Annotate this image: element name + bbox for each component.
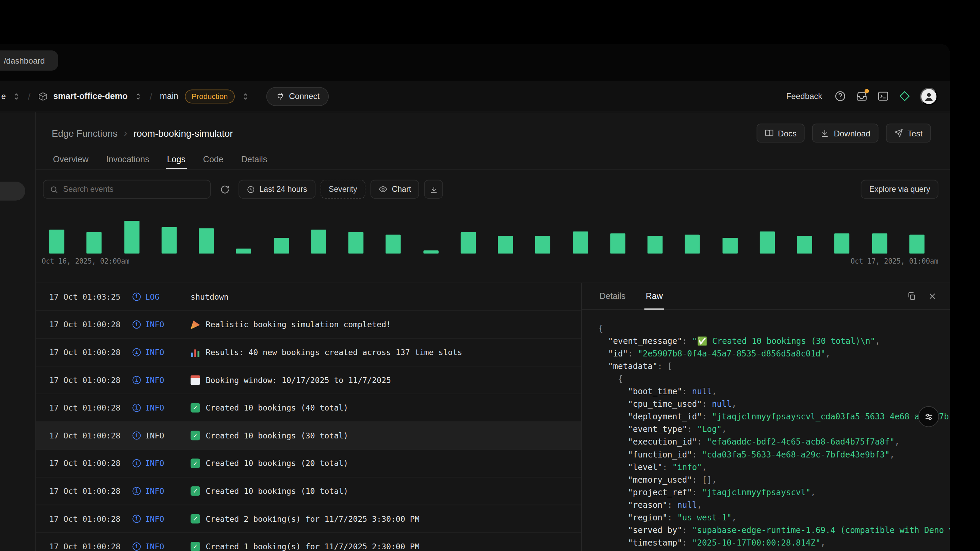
connect-button[interactable]: Connect [266, 87, 329, 106]
close-panel-button[interactable] [928, 292, 937, 301]
test-label: Test [907, 128, 923, 138]
check-emoji-icon: ✓ [191, 431, 200, 440]
chart-bar[interactable] [759, 232, 775, 254]
assistant-button[interactable] [899, 90, 911, 102]
log-row[interactable]: 17 Oct 01:00:28iINFO✓Created 10 bookings… [36, 422, 581, 450]
log-row[interactable]: 17 Oct 01:00:28iINFO✓Created 10 bookings… [36, 449, 581, 478]
tab-logs[interactable]: Logs [166, 150, 187, 169]
json-line: "id": "2e5907b8-0f4a-45a7-8535-d856d5a8c… [598, 348, 950, 360]
log-level-badge: iINFO [132, 348, 191, 357]
chart-bar[interactable] [872, 233, 887, 253]
docs-button[interactable]: Docs [756, 124, 805, 143]
chart-bar[interactable] [460, 232, 476, 253]
chart-bar[interactable] [610, 233, 625, 253]
chart-bar[interactable] [535, 236, 550, 254]
environment-badge[interactable]: Production [185, 89, 235, 103]
log-timestamp: 17 Oct 01:00:28 [49, 431, 133, 440]
log-level-badge: iINFO [132, 459, 191, 468]
search-input[interactable] [63, 185, 204, 194]
chart-bar[interactable] [648, 236, 663, 254]
test-button[interactable]: Test [886, 124, 931, 143]
chart-bar[interactable] [49, 230, 65, 253]
avatar[interactable] [920, 87, 938, 105]
browser-tab-dashboard[interactable]: /dashboard [0, 50, 58, 70]
project-selector-chevron[interactable] [134, 92, 143, 101]
detail-tab-raw[interactable]: Raw [644, 283, 664, 310]
chart-bar[interactable] [834, 233, 850, 253]
log-level-badge: iINFO [132, 486, 191, 496]
chart-toggle[interactable]: Chart [370, 180, 419, 199]
raw-json: { "event_message": "✅ Created 10 booking… [582, 310, 950, 551]
log-row[interactable]: 17 Oct 01:00:28iINFOBooking window: 10/1… [36, 366, 581, 394]
chart-bar[interactable] [685, 235, 700, 254]
tab-code[interactable]: Code [202, 150, 224, 169]
chart-bar[interactable] [348, 232, 364, 253]
log-message-text: Created 1 booking(s) for 11/7/2025 2:30:… [206, 542, 420, 551]
severity-filter[interactable]: Severity [321, 180, 366, 199]
log-message-text: Created 10 bookings (30 total) [206, 431, 348, 440]
chart-bar[interactable] [573, 232, 588, 254]
info-icon: i [132, 292, 140, 301]
notifications-button[interactable] [856, 90, 868, 102]
app-window: /dashboard e / smart-office-demo / main … [0, 44, 950, 551]
chart-bar[interactable] [236, 249, 251, 254]
log-row[interactable]: 17 Oct 01:00:28iINFO✓Created 10 bookings… [36, 478, 581, 505]
tab-invocations[interactable]: Invocations [105, 150, 150, 169]
chart-bar[interactable] [199, 228, 214, 253]
explore-via-query-button[interactable]: Explore via query [861, 180, 938, 199]
double-chevron-icon [12, 92, 21, 101]
branch-selector[interactable]: main [160, 92, 178, 101]
download-button[interactable]: Download [812, 124, 878, 143]
chart-bar[interactable] [161, 227, 177, 254]
feedback-button[interactable]: Feedback [786, 92, 822, 101]
log-level-label: INFO [145, 542, 164, 551]
tab-overview[interactable]: Overview [52, 150, 90, 169]
sidebar-item[interactable] [0, 182, 25, 201]
org-selector[interactable]: e [2, 92, 6, 101]
log-message-text: Realistic booking simulation completed! [206, 320, 391, 329]
time-range-button[interactable]: Last 24 hours [239, 180, 315, 199]
copy-button[interactable] [907, 292, 916, 301]
terminal-button[interactable] [877, 90, 889, 102]
chart-bar[interactable] [909, 235, 924, 254]
chart-bar[interactable] [311, 230, 326, 253]
search-box [43, 180, 211, 199]
download-icon [821, 129, 829, 137]
chart-bar[interactable] [498, 236, 513, 254]
log-timestamp: 17 Oct 01:00:28 [49, 486, 133, 496]
log-options-floating-button[interactable] [918, 406, 939, 427]
tab-details[interactable]: Details [240, 150, 269, 169]
detail-tab-details[interactable]: Details [598, 283, 627, 310]
branch-selector-chevron[interactable] [241, 92, 250, 101]
download-logs-button[interactable] [424, 180, 443, 199]
chart-bar[interactable] [386, 235, 401, 254]
close-icon [928, 292, 937, 301]
log-message-text: Created 10 bookings (40 total) [206, 403, 348, 413]
log-level-badge: iINFO [132, 542, 191, 551]
help-button[interactable] [834, 90, 846, 102]
chart-bar[interactable] [797, 236, 812, 254]
info-icon: i [132, 543, 140, 551]
breadcrumb-edge-functions[interactable]: Edge Functions [52, 128, 118, 139]
chart-bar[interactable] [87, 232, 102, 253]
json-line: "event_message": "✅ Created 10 bookings … [598, 335, 950, 348]
main-content: Edge Functions › room-booking-simulator … [36, 112, 950, 551]
log-row[interactable]: 17 Oct 01:00:28iINFORealistic booking si… [36, 311, 581, 339]
chart-bar[interactable] [423, 250, 438, 253]
log-message: ✓Created 10 bookings (40 total) [191, 403, 348, 413]
log-row[interactable]: 17 Oct 01:00:28iINFO✓Created 1 booking(s… [36, 533, 581, 551]
detail-tabs-group: DetailsRaw [598, 283, 664, 309]
org-selector-chevron[interactable] [12, 92, 21, 101]
log-row[interactable]: 17 Oct 01:03:25iLOGshutdown [36, 283, 581, 311]
log-message: Results: 40 new bookings created across … [191, 348, 462, 357]
refresh-button[interactable] [216, 180, 234, 198]
chart-bar[interactable] [274, 238, 289, 253]
project-selector[interactable]: smart-office-demo [53, 92, 127, 101]
chart-bar[interactable] [124, 221, 139, 253]
log-row[interactable]: 17 Oct 01:00:28iINFOResults: 40 new book… [36, 339, 581, 367]
chart-bar[interactable] [722, 238, 737, 253]
json-line: "memory_used": [], [598, 474, 950, 486]
log-row[interactable]: 17 Oct 01:00:28iINFO✓Created 2 booking(s… [36, 505, 581, 533]
info-icon: i [132, 514, 140, 523]
log-row[interactable]: 17 Oct 01:00:28iINFO✓Created 10 bookings… [36, 394, 581, 422]
